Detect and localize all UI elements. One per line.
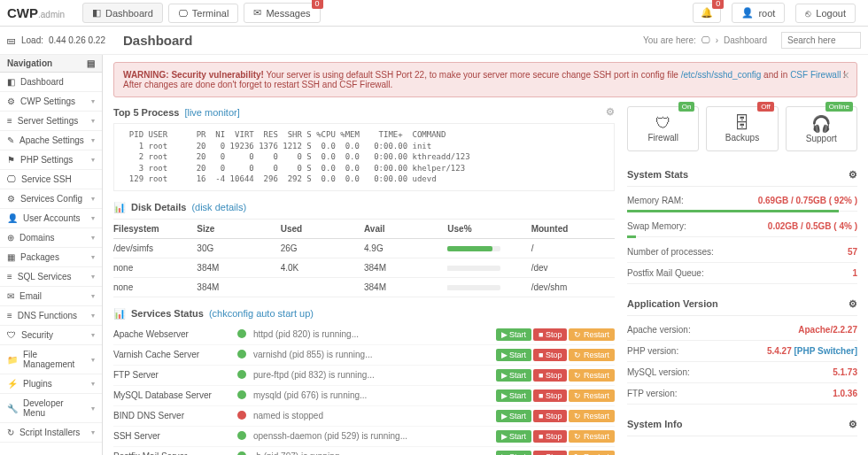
disk-row: none384M384M/dev/shm <box>113 278 615 297</box>
nav-header: Navigation▤ <box>0 55 102 73</box>
nav-icon: ≡ <box>7 311 12 320</box>
start-button[interactable]: ▶ Start <box>496 451 532 455</box>
stop-button[interactable]: ■ Stop <box>533 328 567 341</box>
nav-label: User Accounts <box>23 213 80 223</box>
nav-label: Email <box>19 291 42 301</box>
disk-details-link[interactable]: (disk details) <box>191 202 246 212</box>
restart-button[interactable]: ↻ Restart <box>569 389 615 402</box>
start-button[interactable]: ▶ Start <box>496 410 532 422</box>
terminal-icon: 🖵 <box>178 8 188 19</box>
sidebar-item-server-settings[interactable]: ≡Server Settings▾ <box>0 112 102 131</box>
user-button[interactable]: 👤root <box>732 3 785 23</box>
chkconfig-link[interactable]: (chkconfig auto start up) <box>209 308 314 319</box>
sidebar-item-service-ssh[interactable]: 🖵Service SSH <box>0 170 102 189</box>
nav-label: Packages <box>20 252 59 262</box>
nav-label: Plugins <box>23 379 52 389</box>
start-button[interactable]: ▶ Start <box>496 369 532 382</box>
proc-value: 57 <box>848 247 857 257</box>
notifications-button[interactable]: 🔔0 <box>693 3 721 23</box>
tab-messages[interactable]: ✉Messages0 <box>244 3 320 23</box>
sidebar-item-domains[interactable]: ⊕Domains▾ <box>0 228 102 248</box>
search-input[interactable] <box>781 32 861 49</box>
csf-firewall-link[interactable]: CSF Firewall <box>790 70 841 80</box>
restart-button[interactable]: ↻ Restart <box>569 451 615 455</box>
sidebar-item-packages[interactable]: ▦Packages▾ <box>0 248 102 267</box>
sidebar-item-plugins[interactable]: ⚡Plugins▾ <box>0 374 102 394</box>
stats-title: System Stats <box>627 169 688 181</box>
gear-icon[interactable]: ⚙ <box>849 419 857 430</box>
nav-icon: 📁 <box>7 355 18 365</box>
backups-card[interactable]: Off🗄Backups <box>706 106 778 151</box>
service-row: Postfix Mail Server-b (pid 797) is runni… <box>113 447 615 455</box>
stop-button[interactable]: ■ Stop <box>533 369 567 382</box>
start-button[interactable]: ▶ Start <box>496 389 532 402</box>
nav-label: Service SSH <box>21 174 72 184</box>
status-dot <box>237 370 246 379</box>
support-card[interactable]: Online🎧Support <box>786 106 857 151</box>
nav-icon: ≡ <box>7 116 12 126</box>
gear-icon[interactable]: ⚙ <box>849 298 857 310</box>
close-alert-icon[interactable]: × <box>842 68 849 82</box>
restart-button[interactable]: ↻ Restart <box>569 430 615 443</box>
gear-icon[interactable]: ⚙ <box>606 106 615 118</box>
top5-title: Top 5 Process <box>113 107 179 118</box>
nav-label: Script Installers <box>19 428 80 437</box>
start-button[interactable]: ▶ Start <box>496 328 532 341</box>
monitor-icon: 🖵 <box>701 35 710 45</box>
sidebar-item-file-management[interactable]: 📁File Management▾ <box>0 345 102 374</box>
nav-label: Domains <box>19 233 54 243</box>
sidebar-item-sql-services[interactable]: ≡SQL Services▾ <box>0 267 102 287</box>
stop-button[interactable]: ■ Stop <box>533 451 567 455</box>
sidebar-item-developer-menu[interactable]: 🔧Developer Menu▾ <box>0 394 102 423</box>
switcher-link[interactable]: [PHP Switcher] <box>794 346 858 356</box>
nav-icon: 🖵 <box>7 174 16 184</box>
bell-icon: 🔔 <box>701 7 713 19</box>
sidebar-item-dashboard[interactable]: ◧Dashboard <box>0 73 102 92</box>
start-button[interactable]: ▶ Start <box>496 430 532 443</box>
firewall-card[interactable]: On🛡Firewall <box>627 106 699 151</box>
sidebar-item-cwp-settings[interactable]: ⚙CWP Settings▾ <box>0 92 102 112</box>
sidebar-item-php-settings[interactable]: ⚑PHP Settings▾ <box>0 150 102 170</box>
sidebar-item-security[interactable]: 🛡Security▾ <box>0 326 102 345</box>
chevron-down-icon: ▾ <box>91 312 95 320</box>
sidebar-item-script-installers[interactable]: ↻Script Installers▾ <box>0 423 102 443</box>
live-monitor-link[interactable]: [live monitor] <box>184 107 239 118</box>
sidebar-item-services-config[interactable]: ⚙Services Config▾ <box>0 189 102 209</box>
chart-icon: 📊 <box>113 308 126 320</box>
restart-button[interactable]: ↻ Restart <box>569 410 615 422</box>
stop-button[interactable]: ■ Stop <box>533 349 567 361</box>
restart-button[interactable]: ↻ Restart <box>569 328 615 341</box>
bell-badge: 0 <box>712 0 724 9</box>
logo: CWP.admin <box>7 5 65 20</box>
sidebar-item-email[interactable]: ✉Email▾ <box>0 287 102 306</box>
stop-button[interactable]: ■ Stop <box>533 389 567 402</box>
gear-icon[interactable]: ⚙ <box>849 169 857 181</box>
tab-dashboard[interactable]: ◧Dashboard <box>82 3 163 23</box>
sidebar-item-user-accounts[interactable]: 👤User Accounts▾ <box>0 209 102 228</box>
logout-icon: ⎋ <box>805 8 811 19</box>
restart-button[interactable]: ↻ Restart <box>569 369 615 382</box>
service-row: Apache Webserverhttpd (pid 820) is runni… <box>113 325 615 345</box>
stop-button[interactable]: ■ Stop <box>533 410 567 422</box>
stop-button[interactable]: ■ Stop <box>533 430 567 443</box>
nav-icon: ⚡ <box>7 379 18 389</box>
logout-button[interactable]: ⎋Logout <box>795 4 856 23</box>
page-title: Dashboard <box>123 33 192 48</box>
chevron-down-icon: ▾ <box>91 380 95 388</box>
support-icon: 🎧 <box>790 114 853 134</box>
sshd-config-link[interactable]: /etc/ssh/sshd_config <box>681 70 762 80</box>
status-dot <box>237 390 246 399</box>
sidebar-item-dns-functions[interactable]: ≡DNS Functions▾ <box>0 306 102 326</box>
start-button[interactable]: ▶ Start <box>496 349 532 361</box>
service-row: Varnish Cache Servervarnishd (pid 855) i… <box>113 345 615 366</box>
chevron-down-icon: ▾ <box>91 273 95 281</box>
nav-label: Developer Menu <box>23 398 86 418</box>
chevron-down-icon: ▾ <box>91 97 95 105</box>
restart-button[interactable]: ↻ Restart <box>569 349 615 361</box>
tab-terminal[interactable]: 🖵Terminal <box>168 4 239 23</box>
collapse-icon[interactable]: ▤ <box>87 58 95 68</box>
chevron-down-icon: ▾ <box>91 405 95 413</box>
nav-icon: 🛡 <box>7 330 16 340</box>
ram-value: 0.69GB / 0.75GB ( 92% ) <box>758 196 857 205</box>
sidebar-item-apache-settings[interactable]: ✎Apache Settings▾ <box>0 131 102 150</box>
